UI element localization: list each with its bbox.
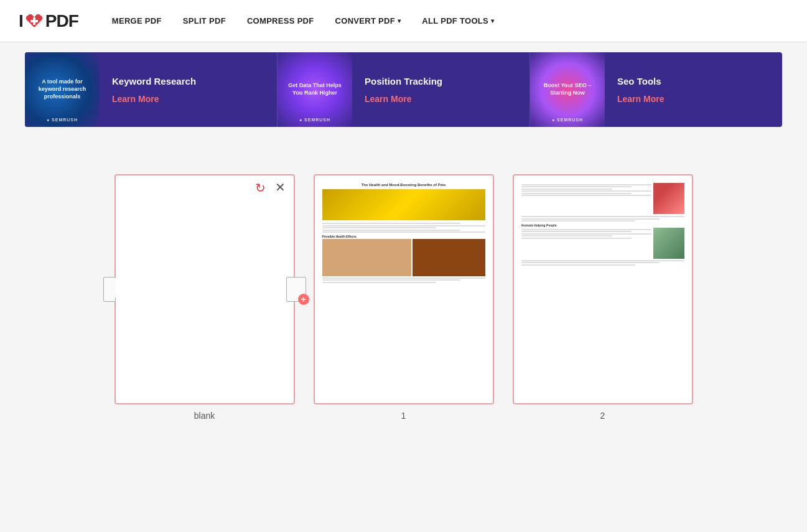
doc-2-line-2: [521, 186, 632, 187]
doc-2-line-4: [521, 190, 651, 192]
ad-1-content: Keyword Research Learn More: [100, 66, 277, 114]
doc-2-text-col: [521, 183, 651, 214]
ad-2-content: Position Tracking Learn More: [352, 66, 529, 114]
ad-banner: A tool made for keyword research profess…: [25, 52, 782, 127]
ad-image-1: A tool made for keyword research profess…: [25, 52, 100, 127]
doc-2-lower-text: [521, 228, 651, 259]
nav-convert-pdf[interactable]: CONVERT PDF ▾: [327, 11, 410, 30]
doc-1-line-8: [322, 282, 436, 283]
doc-1-line-3: [322, 227, 436, 228]
ad-2-learn-more[interactable]: Learn More: [365, 94, 517, 104]
doc-1-cat-image: [322, 189, 485, 220]
doc-2-header: [521, 183, 684, 214]
main-content: + ↻ ✕ + blank: [0, 137, 807, 446]
ad-image-3: Boost Your SEO – Starting Now ● SEMRUSH: [530, 52, 605, 127]
plus-circle-right: +: [298, 294, 309, 305]
doc-2-line-13: [521, 235, 612, 236]
close-icon[interactable]: ✕: [275, 181, 289, 195]
ad-slot-3[interactable]: Boost Your SEO – Starting Now ● SEMRUSH …: [530, 52, 782, 127]
doc-2-lower-image: [653, 228, 684, 259]
logo-pdf: PDF: [45, 11, 78, 31]
doc-1-line-4: [322, 230, 461, 231]
doc-2-line-15: [521, 260, 684, 261]
doc-2-line-12: [521, 233, 651, 235]
ad-1-title: Keyword Research: [112, 76, 264, 86]
semrush-logo-1: ● SEMRUSH: [47, 118, 78, 122]
ad-1-image-text: A tool made for keyword research profess…: [25, 73, 100, 105]
semrush-logo-2: ● SEMRUSH: [299, 118, 330, 122]
all-tools-chevron-icon: ▾: [491, 17, 494, 24]
page-card-blank: + ↻ ✕ + blank: [114, 174, 295, 421]
add-page-right-btn[interactable]: +: [285, 275, 307, 304]
doc-2-top-image: [653, 183, 684, 214]
page-2-content: Animals Helping People: [514, 175, 692, 403]
doc-2-content: Animals Helping People: [514, 175, 692, 274]
doc-2-line-5: [521, 193, 632, 194]
doc-2-line-6: [521, 195, 651, 196]
doc-2-line-1: [521, 184, 651, 185]
blank-page-content: ↻ ✕: [116, 175, 294, 403]
header: I PDF MERGE PDF SPLIT PDF COMPRESS PDF C…: [0, 0, 807, 42]
page-thumb-2: Animals Helping People: [513, 174, 693, 404]
doc-1-pets-image: [322, 239, 485, 276]
nav-all-pdf-tools[interactable]: ALL PDF TOOLS ▾: [413, 11, 503, 30]
blank-page-controls: ↻ ✕: [255, 180, 289, 195]
ad-3-learn-more[interactable]: Learn More: [617, 94, 770, 104]
nav-split-pdf[interactable]: SPLIT PDF: [174, 11, 235, 30]
doc-1-line-1: [322, 223, 461, 224]
doc-2-line-7: [521, 216, 684, 217]
doc-2-line-3: [521, 189, 612, 190]
logo-heart-icon: [24, 11, 44, 31]
doc-1-line-7: [322, 279, 461, 281]
refresh-icon[interactable]: ↻: [255, 180, 270, 195]
logo[interactable]: I PDF: [19, 11, 78, 31]
nav-compress-pdf[interactable]: COMPRESS PDF: [238, 11, 323, 30]
doc-1-title: The Health and Mood-Boosting Benefits of…: [322, 183, 485, 187]
page-1-content: The Health and Mood-Boosting Benefits of…: [315, 175, 493, 403]
doc-2-line-8: [521, 218, 660, 220]
doc-1-line-2: [322, 225, 485, 226]
semrush-logo-3: ● SEMRUSH: [552, 118, 583, 122]
doc-2-line-9: [521, 220, 635, 222]
cat-shape: [322, 189, 485, 220]
doc-1-cat-img-2: [413, 239, 485, 276]
ad-3-content: Seo Tools Learn More: [605, 66, 782, 114]
page-card-2: Animals Helping People: [513, 174, 693, 421]
doc-1-dog-img: [322, 239, 411, 276]
page-label-blank: blank: [194, 411, 215, 421]
ad-2-image-text: Get Data That Helps You Rank Higher: [278, 77, 352, 101]
page-thumb-blank: + ↻ ✕ +: [114, 174, 295, 404]
convert-chevron-icon: ▾: [398, 17, 401, 24]
main-nav: MERGE PDF SPLIT PDF COMPRESS PDF CONVERT…: [103, 11, 503, 30]
doc-2-line-10: [521, 229, 651, 230]
doc-1-line-6: [322, 278, 485, 279]
doc-2-subtitle: Animals Helping People: [521, 223, 684, 227]
doc-2-line-11: [521, 231, 632, 232]
page-label-1: 1: [401, 411, 406, 421]
page-thumb-1: The Health and Mood-Boosting Benefits of…: [314, 174, 494, 404]
doc-2-line-16: [521, 262, 660, 263]
logo-i: I: [19, 11, 23, 31]
ad-3-title: Seo Tools: [617, 76, 770, 86]
doc-1-subtitle-1: Possible Health Effects: [322, 235, 485, 238]
doc-2-lower: [521, 228, 684, 259]
page-label-2: 2: [600, 411, 605, 421]
ad-1-learn-more[interactable]: Learn More: [112, 94, 264, 104]
doc-2-line-17: [521, 264, 635, 266]
ad-slot-2[interactable]: Get Data That Helps You Rank Higher ● SE…: [278, 52, 530, 127]
nav-merge-pdf[interactable]: MERGE PDF: [103, 11, 170, 30]
ad-slot-1[interactable]: A tool made for keyword research profess…: [25, 52, 278, 127]
ad-image-2: Get Data That Helps You Rank Higher ● SE…: [278, 52, 352, 127]
page-card-1: The Health and Mood-Boosting Benefits of…: [314, 174, 494, 421]
ad-2-title: Position Tracking: [365, 76, 517, 86]
ad-3-image-text: Boost Your SEO – Starting Now: [530, 77, 605, 101]
add-page-right[interactable]: +: [285, 275, 307, 304]
doc-1-line-5: [322, 231, 485, 233]
doc-2-line-14: [521, 238, 632, 239]
doc-1-content: The Health and Mood-Boosting Benefits of…: [315, 175, 493, 291]
